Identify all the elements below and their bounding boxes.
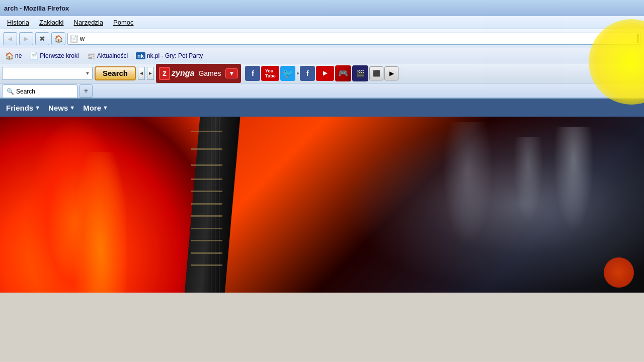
menu-zakladki[interactable]: Zakładki xyxy=(34,18,68,27)
main-content xyxy=(0,117,644,293)
more-nav[interactable]: More ▼ xyxy=(83,104,108,112)
separator-dot: • xyxy=(296,69,299,77)
twitter-icon[interactable]: 🐦 xyxy=(280,66,295,81)
address-input[interactable] xyxy=(80,35,637,42)
smoke-wisp-1 xyxy=(553,127,594,232)
bookmark-pierwsze-kroki-label: Pierwsze kroki xyxy=(40,52,78,59)
fret-11 xyxy=(191,264,222,266)
back-button[interactable]: ◄ xyxy=(3,32,17,45)
zynga-games-label: Games xyxy=(198,69,221,77)
navbar: ◄ ► ✖ 🏠 📄 xyxy=(0,29,644,48)
zynga-dropdown[interactable]: ▼ xyxy=(225,68,238,78)
tab-search-icon: 🔍 xyxy=(7,88,14,95)
forward-button[interactable]: ► xyxy=(19,32,33,45)
youtube-icon-1[interactable]: YouTube xyxy=(261,66,279,81)
zynga-games-bar[interactable]: z zynga Games ▼ xyxy=(156,64,241,83)
cursor xyxy=(637,34,638,43)
menu-historia[interactable]: Historia xyxy=(2,18,34,27)
titlebar-title: arch - Mozilla Firefox xyxy=(4,5,69,12)
fret-9 xyxy=(191,240,222,241)
menu-pomoc[interactable]: Pomoc xyxy=(108,18,138,27)
search-dropdown-arrow: ▼ xyxy=(85,70,90,76)
fret-10 xyxy=(191,252,222,254)
new-tab-button[interactable]: + xyxy=(79,84,93,98)
news-label: News xyxy=(48,104,68,112)
frets-container xyxy=(191,117,222,293)
page-nav: Friends ▼ News ▼ More ▼ xyxy=(0,99,644,117)
film-icon[interactable]: 🎬 xyxy=(352,65,368,81)
news-arrow: ▼ xyxy=(69,105,75,111)
corner-decoration xyxy=(604,257,634,288)
home-icon: 🏠 xyxy=(5,52,14,60)
bookmark-pierwsze-kroki[interactable]: 📄 Pierwsze kroki xyxy=(28,51,80,61)
mario-icon[interactable]: 🎮 xyxy=(335,65,351,81)
fret-5 xyxy=(191,191,222,192)
address-bar[interactable]: 📄 xyxy=(67,33,641,45)
doc-icon: 📄 xyxy=(30,52,38,60)
fire-highlight xyxy=(75,152,126,293)
smoke-wisp-2 xyxy=(513,137,543,225)
fret-3 xyxy=(191,164,222,166)
zynga-brand: zynga xyxy=(172,69,194,78)
bookmarks-bar: 🏠 ne 📄 Pierwsze kroki 📰 Aktualności nk n… xyxy=(0,48,644,63)
search-nav-right[interactable]: ► xyxy=(147,67,154,80)
rss-icon: 📰 xyxy=(87,52,96,60)
smoke-wisp-3 xyxy=(443,122,493,245)
facebook-icon-1[interactable]: f xyxy=(245,66,260,81)
search-button[interactable]: Search xyxy=(95,66,136,80)
zynga-logo: z zynga xyxy=(159,67,194,80)
bookmark-home-label: ne xyxy=(15,52,22,59)
fret-2 xyxy=(191,148,222,150)
zynga-z-icon: z xyxy=(159,67,170,80)
fret-8 xyxy=(191,228,222,229)
more-arrow: ▼ xyxy=(103,105,108,111)
play-button[interactable]: ▶ xyxy=(384,66,398,80)
more-label: More xyxy=(83,104,101,112)
friends-nav[interactable]: Friends ▼ xyxy=(6,104,40,112)
youtube-icon-2[interactable]: ▶ xyxy=(316,66,334,81)
bookmark-aktualnosci[interactable]: 📰 Aktualności xyxy=(85,51,130,61)
fret-6 xyxy=(191,203,222,205)
toolbar: ▼ Search ◄ ► z zynga Games ▼ f YouTube 🐦… xyxy=(0,63,644,83)
fret-7 xyxy=(191,215,222,217)
friends-arrow: ▼ xyxy=(35,105,40,111)
bookmark-nkpl-label: nk.pl - Gry: Pet Party xyxy=(147,52,203,59)
tab-search-label: Search xyxy=(16,88,35,95)
smoke-effect xyxy=(342,117,644,293)
bookmark-nkpl[interactable]: nk nk.pl - Gry: Pet Party xyxy=(134,51,205,60)
search-dropdown[interactable]: ▼ xyxy=(2,67,93,80)
nk-icon: nk xyxy=(136,52,145,59)
friends-label: Friends xyxy=(6,104,33,112)
stop-button[interactable]: ⬛ xyxy=(369,66,383,80)
search-nav-left[interactable]: ◄ xyxy=(138,67,145,80)
fret-4 xyxy=(191,178,222,180)
menubar: Historia Zakładki Narzędzia Pomoc xyxy=(0,16,644,29)
page-icon: 📄 xyxy=(70,35,78,43)
titlebar: arch - Mozilla Firefox xyxy=(0,0,644,16)
fret-1 xyxy=(191,131,222,132)
search-tab[interactable]: 🔍 Search xyxy=(2,84,77,98)
home-button[interactable]: 🏠 xyxy=(51,32,65,45)
tabbar: 🔍 Search + xyxy=(0,83,644,99)
news-nav[interactable]: News ▼ xyxy=(48,104,75,112)
bookmark-home[interactable]: 🏠 ne xyxy=(3,51,24,61)
menu-narzedzia[interactable]: Narzędzia xyxy=(69,18,109,27)
reload-button[interactable]: ✖ xyxy=(35,32,49,45)
facebook-icon-2[interactable]: f xyxy=(300,66,315,81)
bookmark-aktualnosci-label: Aktualności xyxy=(97,52,128,59)
social-icons: f YouTube 🐦 • f ▶ 🎮 🎬 ⬛ ▶ xyxy=(245,65,398,81)
